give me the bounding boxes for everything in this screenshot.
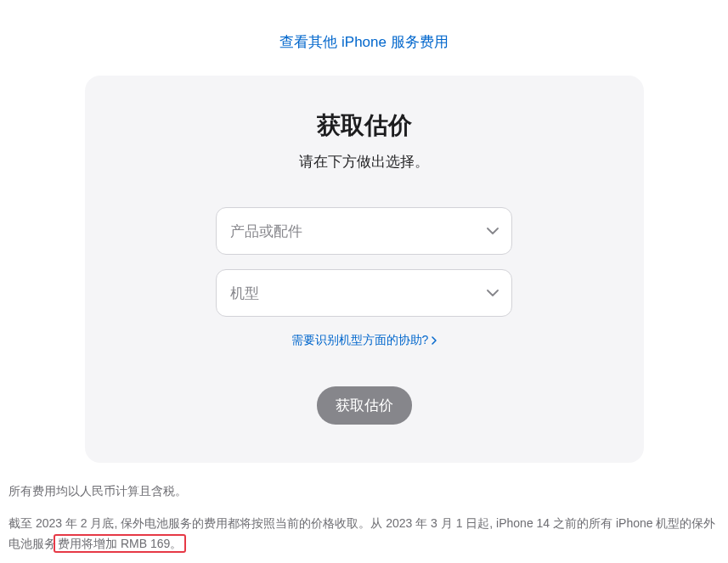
estimate-card: 获取估价 请在下方做出选择。 产品或配件 机型 需要识别机型方面的协助? 获取估…	[85, 76, 644, 463]
get-estimate-button[interactable]: 获取估价	[317, 386, 412, 425]
footer-text: 所有费用均以人民币计算且含税。 截至 2023 年 2 月底, 保外电池服务的费…	[0, 463, 728, 554]
model-select[interactable]: 机型	[216, 269, 512, 317]
model-select-wrap: 机型	[216, 269, 512, 317]
footer-line-2: 截至 2023 年 2 月底, 保外电池服务的费用都将按照当前的价格收取。从 2…	[8, 514, 720, 555]
view-other-services-link[interactable]: 查看其他 iPhone 服务费用	[279, 34, 448, 50]
card-title: 获取估价	[127, 110, 601, 142]
card-subtitle: 请在下方做出选择。	[127, 152, 601, 172]
submit-row: 获取估价	[127, 386, 601, 425]
footer-line-1: 所有费用均以人民币计算且含税。	[8, 481, 720, 502]
top-link-container: 查看其他 iPhone 服务费用	[0, 0, 728, 52]
product-select[interactable]: 产品或配件	[216, 207, 512, 255]
chevron-right-icon	[432, 336, 437, 345]
highlighted-price-increase: 费用将增加 RMB 169。	[54, 534, 186, 553]
product-select-wrap: 产品或配件	[216, 207, 512, 255]
help-link-text: 需要识别机型方面的协助?	[291, 333, 429, 348]
identify-model-help-link[interactable]: 需要识别机型方面的协助?	[291, 333, 437, 348]
